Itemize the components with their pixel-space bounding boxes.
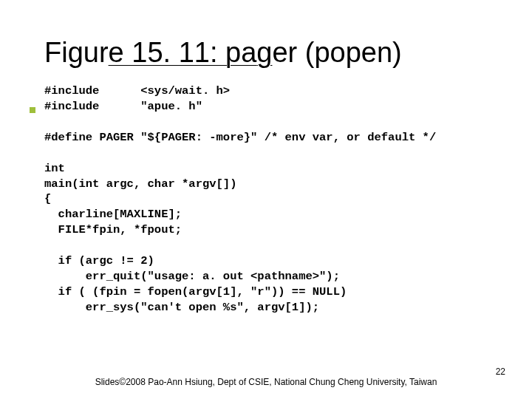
title-suffix: er (popen) <box>272 37 401 68</box>
bullet-icon <box>30 107 35 113</box>
slide-title: Figure 15. 11: pager (popen) <box>44 37 510 69</box>
code-line: if ( (fpin = fopen(argv[1], "r")) == NUL… <box>44 285 347 299</box>
code-block: #include <sys/wait. h> #include "apue. h… <box>44 83 510 316</box>
code-line: err_sys("can't open %s", argv[1]); <box>44 301 319 314</box>
slide: Figure 15. 11: pager (popen) #include <s… <box>0 0 532 399</box>
title-prefix: Figur <box>44 37 109 68</box>
code-line: int <box>44 162 65 175</box>
code-line: if (argc != 2) <box>44 254 154 267</box>
title-g: g <box>256 37 272 68</box>
footer-credit: Slides©2008 Pao-Ann Hsiung, Dept of CSIE… <box>0 377 532 387</box>
code-line: FILE*fpin, *fpout; <box>44 223 182 236</box>
page-number: 22 <box>496 366 505 377</box>
code-line: main(int argc, char *argv[]) <box>44 177 236 191</box>
code-line: #include "apue. h" <box>44 100 202 113</box>
code-line: charline[MAXLINE]; <box>44 208 182 221</box>
code-line: { <box>44 192 51 205</box>
code-line: err_quit("usage: a. out <pathname>"); <box>44 270 340 283</box>
title-underlined: e 15. 11: pa <box>109 37 257 68</box>
code-line: #include <sys/wait. h> <box>44 84 230 98</box>
code-line: #define PAGER "${PAGER: -more}" /* env v… <box>44 131 436 144</box>
